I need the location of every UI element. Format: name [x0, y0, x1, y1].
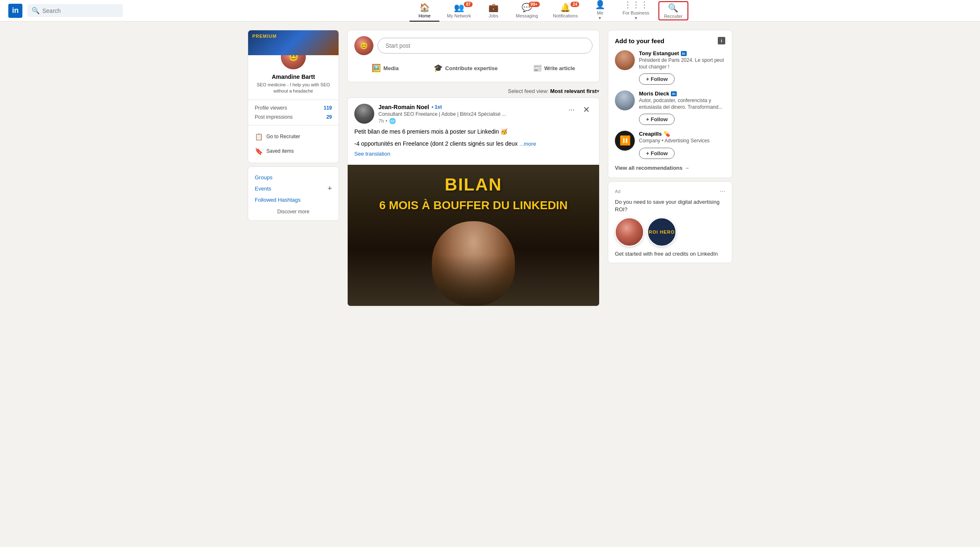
search-icon: 🔍: [32, 7, 40, 15]
post-create-actions: 🖼️ Media 🎓 Contribute expertise 📰 Write …: [354, 60, 592, 76]
moris-name: Moris Dieck in: [639, 90, 725, 97]
post-text-line2: -4 opportunités en Freelance (dont 2 cli…: [354, 139, 592, 148]
stat-label-viewers: Profile viewers: [255, 105, 287, 111]
contribute-expertise-button[interactable]: 🎓 Contribute expertise: [428, 60, 503, 76]
post-image-inner: BILAN 6 MOIS À BOUFFER DU LINKEDIN: [348, 165, 599, 306]
view-all-recommendations[interactable]: View all recommendations →: [615, 165, 725, 171]
tony-info: Tony Estanguet in Président de Paris 202…: [639, 50, 725, 85]
recommend-item-creapills: ⏸️ Creapills 💊 Company • Advertising Ser…: [615, 131, 725, 159]
nav-notifications-label: Notifications: [553, 13, 578, 18]
nav-home[interactable]: 🏠 Home: [410, 0, 439, 22]
recruiter-icon: 🔍: [668, 3, 678, 13]
sidebar-item-events[interactable]: Events: [255, 183, 271, 194]
notifications-badge: 24: [570, 2, 579, 7]
post-time-value: 7h: [378, 118, 384, 124]
creapills-avatar: ⏸️: [615, 131, 635, 151]
follow-creapills-button[interactable]: + Follow: [639, 148, 675, 159]
sidebar-quick-links: 📋 Go to Recruiter 🔖 Saved items: [248, 125, 339, 163]
nav-jobs-label: Jobs: [489, 13, 498, 18]
post-author-name[interactable]: Jean-Romain Noel: [378, 104, 429, 110]
recruiter-link-label: Go to Recruiter: [266, 134, 300, 139]
nav-recruiter-label: Recruiter: [664, 14, 683, 19]
nav-recruiter[interactable]: 🔍 Recruiter: [658, 1, 688, 20]
post-author-info: Jean-Romain Noel • 1st Consultant SEO Fr…: [378, 104, 562, 124]
roi-hero-label: ROI HERO: [649, 230, 675, 234]
me-icon: 👤: [595, 0, 605, 10]
nav-notifications[interactable]: 🔔 24 Notifications: [546, 0, 585, 22]
post-body: Petit bilan de mes 6 premiers mois à pos…: [348, 127, 599, 165]
for-business-icon: ⋮⋮⋮: [624, 0, 648, 10]
nav-my-network[interactable]: 👥 87 My Network: [439, 0, 478, 22]
ad-card: Ad ··· Do you need to save your digital …: [608, 181, 732, 263]
stat-post-impressions[interactable]: Post impressions 29: [255, 112, 332, 122]
search-input[interactable]: [42, 7, 119, 14]
creapills-desc: Company • Advertising Services: [639, 138, 725, 144]
right-card-header: Add to your feed i: [615, 37, 725, 44]
sort-value[interactable]: Most relevant first: [550, 88, 597, 94]
add-to-feed-card: Add to your feed i Tony Estanguet in Pré…: [608, 30, 732, 178]
nav-items: 🏠 Home 👥 87 My Network 💼 Jobs 💬 99+ Mess…: [126, 0, 972, 22]
jobs-icon: 💼: [488, 2, 499, 12]
post-header-actions: ··· ✕: [566, 104, 592, 115]
home-icon: 🏠: [419, 2, 430, 12]
nav-me[interactable]: 👤 Me ▾: [585, 0, 615, 22]
ad-menu-button[interactable]: ···: [720, 188, 725, 195]
see-translation-link[interactable]: See translation: [354, 148, 592, 160]
tony-name: Tony Estanguet in: [639, 50, 725, 56]
network-badge: 87: [464, 2, 473, 7]
stat-label-impressions: Post impressions: [255, 114, 293, 120]
follow-moris-button[interactable]: + Follow: [639, 114, 675, 125]
post-menu-button[interactable]: ···: [566, 105, 577, 115]
create-post-row: 😊 Start post: [354, 36, 592, 55]
nav-for-business[interactable]: ⋮⋮⋮ For Business ▾: [615, 0, 656, 22]
sidebar-item-followed-hashtags[interactable]: Followed Hashtags: [255, 194, 332, 205]
navbar: in 🔍 🏠 Home 👥 87 My Network 💼 Jobs 💬 99+…: [0, 0, 980, 22]
messaging-badge: 99+: [529, 2, 540, 7]
sort-label: Select feed view:: [508, 88, 549, 94]
post-close-button[interactable]: ✕: [580, 104, 592, 115]
discover-more-button[interactable]: Discover more: [255, 205, 332, 215]
saved-items-link[interactable]: 🔖 Saved items: [248, 144, 339, 159]
sort-chevron-icon: ▾: [597, 88, 600, 94]
go-to-recruiter-link[interactable]: 📋 Go to Recruiter: [248, 129, 339, 144]
article-icon: 📰: [533, 63, 542, 73]
create-post-avatar: 😊: [354, 36, 373, 55]
profile-stats: Profile viewers 119 Post impressions 29: [248, 100, 339, 125]
nav-home-label: Home: [419, 13, 431, 18]
nav-messaging[interactable]: 💬 99+ Messaging: [508, 0, 545, 22]
tony-avatar: [615, 50, 635, 70]
info-icon[interactable]: i: [718, 37, 725, 44]
tony-li-badge: in: [681, 51, 687, 56]
nav-me-label: Me: [597, 10, 603, 15]
premium-badge: PREMIUM: [252, 34, 277, 39]
moris-desc: Autor, podcaster, conferencista y entusi…: [639, 98, 725, 110]
moris-avatar: [615, 90, 635, 110]
ad-label: Ad: [615, 189, 620, 194]
feed-post: Jean-Romain Noel • 1st Consultant SEO Fr…: [347, 98, 600, 306]
start-post-input[interactable]: Start post: [378, 38, 592, 54]
post-author-avatar[interactable]: [354, 104, 374, 124]
search-bar[interactable]: 🔍: [27, 4, 123, 17]
follow-tony-button[interactable]: + Follow: [639, 73, 675, 85]
sidebar-item-groups[interactable]: Groups: [255, 172, 332, 183]
linkedin-logo[interactable]: in: [8, 4, 22, 18]
profile-bio: SEO medicine - I help you with SEO witho…: [248, 82, 339, 100]
ad-header: Ad ···: [615, 188, 725, 195]
notifications-icon: 🔔: [560, 2, 570, 12]
saved-items-label: Saved items: [266, 148, 294, 154]
ad-images: ROI HERO: [615, 217, 725, 247]
post-read-more[interactable]: ...more: [519, 141, 536, 147]
media-button[interactable]: 🖼️ Media: [366, 60, 405, 76]
post-author-title: Consultant SEO Freelance | Adobe | Bitri…: [378, 111, 562, 117]
nav-jobs[interactable]: 💼 Jobs: [478, 0, 508, 22]
creapills-info: Creapills 💊 Company • Advertising Servic…: [639, 131, 725, 159]
stat-profile-viewers[interactable]: Profile viewers 119: [255, 103, 332, 112]
post-author-row: Jean-Romain Noel • 1st: [378, 104, 562, 110]
post-header: Jean-Romain Noel • 1st Consultant SEO Fr…: [348, 98, 599, 127]
recommend-item-moris: Moris Dieck in Autor, podcaster, confere…: [615, 90, 725, 125]
sidebar-events-row: Events +: [255, 183, 332, 194]
write-article-button[interactable]: 📰 Write article: [527, 60, 581, 76]
recommend-item-tony: Tony Estanguet in Président de Paris 202…: [615, 50, 725, 85]
profile-name[interactable]: Amandine Bartt: [248, 73, 339, 82]
add-event-button[interactable]: +: [327, 184, 332, 193]
